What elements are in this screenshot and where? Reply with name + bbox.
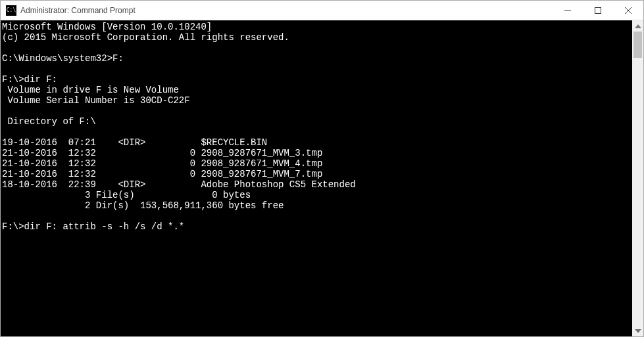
terminal-line: Volume in drive F is New Volume [2,85,632,95]
terminal-line [2,106,632,116]
scroll-up-icon[interactable] [632,20,643,32]
close-button[interactable] [613,1,643,20]
scroll-thumb[interactable] [633,32,642,58]
cmd-icon: C:\ [6,5,16,16]
scroll-track[interactable] [632,32,643,325]
scroll-down-icon[interactable] [632,325,643,336]
terminal-line: 2 Dir(s) 153,568,911,360 bytes free [2,200,632,211]
terminal-line: 21-10-2016 12:32 0 2908_9287671_MVM_4.tm… [2,158,632,169]
scrollbar[interactable] [632,20,643,336]
terminal-line: 21-10-2016 12:32 0 2908_9287671_MVM_3.tm… [2,148,632,158]
titlebar[interactable]: C:\ Administrator: Command Prompt [1,1,643,20]
terminal-line: 21-10-2016 12:32 0 2908_9287671_MVM_7.tm… [2,169,632,179]
terminal-line: Microsoft Windows [Version 10.0.10240] [2,22,632,32]
maximize-button[interactable] [583,1,613,20]
terminal-line: C:\Windows\system32>F: [2,53,632,64]
terminal-line [2,43,632,53]
svg-rect-1 [595,7,601,13]
window-title: Administrator: Command Prompt [20,6,553,15]
terminal-line: Volume Serial Number is 30CD-C22F [2,95,632,106]
terminal-area: Microsoft Windows [Version 10.0.10240](c… [1,20,643,336]
terminal-line: 18-10-2016 22:39 <DIR> Adobe Photoshop C… [2,179,632,190]
terminal-line: Directory of F:\ [2,116,632,127]
terminal-line [2,64,632,74]
window-controls [553,1,643,20]
terminal-line: 19-10-2016 07:21 <DIR> $RECYCLE.BIN [2,137,632,148]
terminal-output[interactable]: Microsoft Windows [Version 10.0.10240](c… [1,20,632,336]
terminal-line [2,127,632,137]
minimize-button[interactable] [553,1,583,20]
terminal-line: (c) 2015 Microsoft Corporation. All righ… [2,32,632,43]
terminal-line: F:\>dir F: attrib -s -h /s /d *.* [2,221,632,232]
terminal-line [2,211,632,221]
terminal-line: F:\>dir F: [2,74,632,85]
terminal-line: 3 File(s) 0 bytes [2,190,632,200]
